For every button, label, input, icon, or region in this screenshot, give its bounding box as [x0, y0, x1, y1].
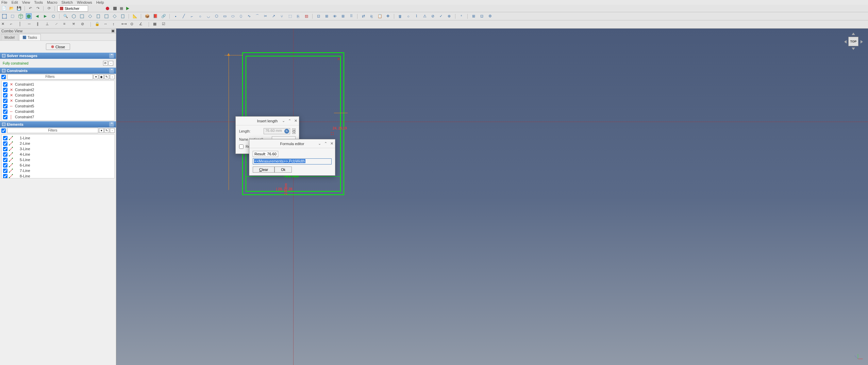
length-spinner[interactable]: ▴▾: [292, 128, 296, 134]
macro-record-icon[interactable]: [106, 7, 109, 10]
menu-edit[interactable]: Edit: [12, 0, 18, 4]
menu-sketch[interactable]: Sketch: [62, 0, 73, 4]
element-row[interactable]: 1-Line: [2, 135, 114, 141]
constraint-row[interactable]: ─ Constraint6: [2, 109, 114, 114]
block-icon[interactable]: ⊘: [81, 22, 86, 27]
arc-tool-icon[interactable]: ◡: [205, 13, 211, 19]
element-checkbox[interactable]: [3, 174, 7, 178]
grid-snap-icon[interactable]: ⊞: [340, 13, 346, 19]
draw-style-icon[interactable]: [26, 13, 32, 19]
show-hide-icon[interactable]: 👁: [332, 13, 338, 19]
element-row[interactable]: 8-Line: [2, 173, 114, 178]
group-icon[interactable]: 📕: [152, 13, 158, 19]
nav-fwd-icon[interactable]: ▶: [42, 13, 48, 19]
fdlg-min-icon[interactable]: ⌄: [317, 141, 321, 146]
menu-view[interactable]: View: [22, 0, 30, 4]
bspline-degree-icon[interactable]: °: [458, 13, 464, 19]
horizontal-icon[interactable]: ─: [28, 22, 33, 27]
navcube-up-icon[interactable]: [852, 33, 855, 35]
ok-button[interactable]: Ok: [274, 167, 292, 173]
constraint-checkbox[interactable]: [3, 115, 7, 119]
filter-dd-icon[interactable]: ▾: [94, 74, 98, 79]
elem-settings-icon[interactable]: -: [110, 128, 115, 133]
horiz-dist-icon[interactable]: ↔: [104, 22, 109, 27]
view-bottom-icon[interactable]: [112, 13, 117, 19]
formula-editor-title[interactable]: Formula editor ⌄ ⌃ ✕: [249, 139, 335, 148]
formula-input[interactable]: <<Measurements>>.PcbWidth: [253, 158, 332, 164]
elements-filter-dropdown[interactable]: Filters: [7, 128, 98, 133]
element-checkbox[interactable]: [3, 136, 7, 140]
constraint-row[interactable]: ✕ Constraint3: [2, 92, 114, 98]
reference-checkbox[interactable]: [239, 144, 244, 149]
vert-dist-icon[interactable]: ↕: [113, 22, 118, 27]
nav-back-icon[interactable]: ◀: [34, 13, 40, 19]
constraint-row[interactable]: ─ Constraint5: [2, 103, 114, 109]
solver-auto-icon[interactable]: -: [108, 61, 113, 66]
constraint-row[interactable]: ✕ Constraint2: [2, 87, 114, 92]
constraints-filter-checkbox[interactable]: [1, 75, 6, 79]
save-file-icon[interactable]: 💾: [16, 6, 22, 11]
dlg-close-icon[interactable]: ✕: [294, 119, 298, 123]
workbench-selector[interactable]: Sketcher: [57, 5, 88, 12]
constraint-checkbox[interactable]: [3, 109, 7, 114]
refresh-icon[interactable]: ⟳: [46, 6, 52, 11]
polyline-icon[interactable]: ⌐: [189, 13, 195, 19]
symmetric-icon[interactable]: ⤧: [72, 22, 78, 27]
connect-icon[interactable]: ⌇: [414, 13, 419, 19]
view-right-icon[interactable]: [95, 13, 101, 19]
dlg-min-icon[interactable]: ⌄: [281, 119, 285, 123]
length-input[interactable]: 76.60 mm fx: [264, 128, 290, 134]
array-icon[interactable]: ⠿: [348, 13, 354, 19]
constraints-filter-dropdown[interactable]: Filters: [7, 74, 93, 80]
constraints-panel-header[interactable]: Constraints ⌃: [0, 68, 116, 74]
menu-macro[interactable]: Macro: [47, 0, 57, 4]
insert-length-title[interactable]: Insert length ⌄ ⌃ ✕: [236, 117, 299, 125]
polygon-icon[interactable]: ⬡: [214, 13, 219, 19]
view-front-icon[interactable]: [79, 13, 85, 19]
isometric-icon[interactable]: [18, 13, 23, 19]
menu-help[interactable]: Help: [96, 0, 104, 4]
ellipse-icon[interactable]: ⬯: [238, 13, 244, 19]
view-left-icon[interactable]: [120, 13, 126, 19]
elements-filter-checkbox[interactable]: [1, 128, 6, 133]
lock-icon[interactable]: 🔒: [95, 22, 100, 27]
toggle-snap-icon[interactable]: ⊡: [479, 13, 485, 19]
fillet-tool-icon[interactable]: ⌒: [254, 13, 260, 19]
merge-icon[interactable]: ⊕: [446, 13, 452, 19]
part-icon[interactable]: 📦: [144, 13, 150, 19]
select-assoc-icon[interactable]: ⊡: [316, 13, 321, 19]
construction-icon[interactable]: ▨: [303, 13, 309, 19]
delete-icon[interactable]: 🗑: [397, 13, 403, 19]
navcube-face[interactable]: TOP: [848, 37, 858, 46]
measure-icon[interactable]: 📐: [132, 13, 138, 19]
formula-badge-icon[interactable]: fx: [284, 129, 289, 134]
constraint-row[interactable]: ✕ Constraint1: [2, 82, 114, 87]
element-row[interactable]: 4-Line: [2, 152, 114, 157]
slot-tool-icon[interactable]: ⬭: [230, 13, 236, 19]
element-checkbox[interactable]: [3, 147, 7, 151]
open-file-icon[interactable]: 📂: [9, 6, 14, 11]
constraint-checkbox[interactable]: [3, 82, 7, 87]
constraint-checkbox[interactable]: [3, 88, 7, 92]
navcube-down-icon[interactable]: [852, 48, 855, 50]
fit-all-icon[interactable]: [1, 13, 7, 19]
select-redundant-icon[interactable]: ⊘: [430, 13, 436, 19]
circle-tool-icon[interactable]: ○: [197, 13, 203, 19]
element-row[interactable]: 2-Line: [2, 141, 114, 146]
link-make-icon[interactable]: 🔗: [161, 13, 166, 19]
copy-icon[interactable]: 📋: [377, 13, 383, 19]
carbon-copy-icon[interactable]: ⎘: [295, 13, 301, 19]
mirror-icon[interactable]: ⇄: [361, 13, 366, 19]
toggle-driving-icon[interactable]: ▦: [153, 22, 158, 27]
constraint-checkbox[interactable]: [3, 93, 7, 98]
view-top-icon[interactable]: [87, 13, 93, 19]
element-checkbox[interactable]: [3, 141, 7, 146]
constraint-checkbox[interactable]: [3, 99, 7, 103]
link-icon[interactable]: [50, 13, 56, 19]
dlg-max-icon[interactable]: ⌃: [287, 119, 291, 123]
menu-file[interactable]: File: [1, 0, 7, 4]
constraint-row[interactable]: ✕ Constraint4: [2, 98, 114, 103]
menu-windows[interactable]: Windows: [77, 0, 92, 4]
external-geom-icon[interactable]: ⬚: [287, 13, 293, 19]
elem-edit-icon[interactable]: ✎: [104, 128, 109, 133]
